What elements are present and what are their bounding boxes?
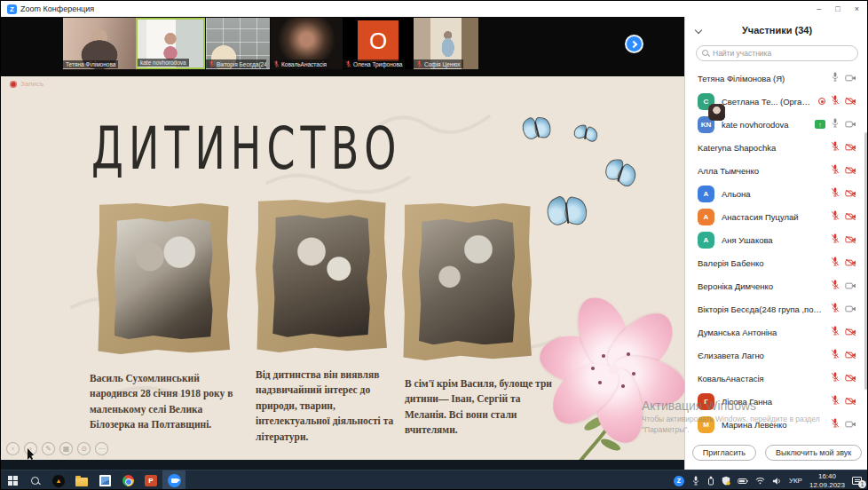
participant-row[interactable]: Вероніка Димченко xyxy=(685,274,864,297)
muted-mic-icon xyxy=(273,60,280,67)
participant-row[interactable]: Валерія Бабенко xyxy=(685,251,864,274)
grid-control-icon[interactable] xyxy=(59,442,73,455)
camera-icon xyxy=(845,116,856,132)
camera-off-icon xyxy=(845,393,856,409)
participant-name: kate novhorodova xyxy=(140,59,186,66)
tile-name-label: КовальАнастасія xyxy=(271,59,329,68)
taskbar-search-icon xyxy=(31,477,40,486)
aimp-taskbar-button[interactable]: ▲ xyxy=(47,470,70,490)
next-participants-button[interactable] xyxy=(625,35,643,53)
video-tile[interactable]: ООлена Трифонова xyxy=(343,18,414,69)
participant-search[interactable] xyxy=(696,45,858,61)
participant-name: Олена Трифонова xyxy=(353,61,402,67)
maximize-button[interactable] xyxy=(835,1,840,17)
pink-flower-illustration xyxy=(520,249,684,460)
participant-row[interactable]: Тетяна Філімонова (Я) xyxy=(685,67,864,90)
participant-row[interactable]: ААня Ушакова xyxy=(685,228,864,251)
photos-taskbar-button[interactable] xyxy=(93,470,116,490)
muted-mic-icon xyxy=(831,324,840,340)
powerpoint-taskbar-button[interactable]: P xyxy=(139,470,162,490)
close-button[interactable] xyxy=(855,1,859,17)
camera-off-icon xyxy=(845,232,856,248)
avatar-initials: М xyxy=(698,416,714,433)
photo-man-with-girl xyxy=(114,218,213,339)
participant-row[interactable]: ААльона xyxy=(685,182,864,205)
participants-title: Участники (34) xyxy=(742,25,812,36)
camera-off-icon xyxy=(845,186,856,202)
muted-mic-icon xyxy=(831,370,840,386)
file-explorer-icon xyxy=(75,478,88,486)
taskbar-clock[interactable]: 16:40 12.09.2023 xyxy=(809,472,845,490)
windows-start-icon xyxy=(8,476,18,486)
muted-mic-icon xyxy=(831,416,840,432)
search-taskbar-button[interactable] xyxy=(24,470,47,490)
participant-row[interactable]: Вікторія Бесєда(248 група ,поч... xyxy=(685,297,864,320)
participant-name: Думанська Антоніна xyxy=(698,328,824,337)
previous-control-icon[interactable] xyxy=(6,442,20,455)
muted-mic-icon xyxy=(831,301,840,317)
security-shield-tray-icon[interactable] xyxy=(722,476,730,486)
zoom-tray-icon[interactable]: Z xyxy=(674,476,684,486)
video-tile[interactable]: kate novhorodova xyxy=(136,18,205,69)
participant-name: Тетяна Філімонова (Я) xyxy=(698,74,824,83)
muted-mic-icon xyxy=(831,186,840,202)
video-tile[interactable]: Софія Ценюх xyxy=(414,18,478,69)
participant-row[interactable]: Kateryna Shapochka xyxy=(685,136,864,159)
video-tile[interactable]: Вікторія Бесєда(248 г... xyxy=(206,18,270,69)
butterfly-illustration xyxy=(545,195,589,232)
more-control-icon[interactable] xyxy=(95,442,108,455)
participant-name: Вікторія Бесєда(248 г... xyxy=(217,61,266,67)
file-explorer-taskbar-button[interactable] xyxy=(70,470,93,490)
muted-mic-icon xyxy=(416,60,422,67)
tile-name-label: Софія Ценюх xyxy=(414,59,463,68)
participant-row[interactable]: Алла Тымченко xyxy=(685,159,864,182)
usb-device-tray-icon[interactable] xyxy=(707,476,714,486)
search-icon xyxy=(702,50,709,57)
participant-row[interactable]: Думанська Антоніна xyxy=(685,320,864,344)
participants-panel: Участники (34) Тетяна Філімонова (Я)CСве… xyxy=(684,17,868,470)
wifi-tray-icon[interactable] xyxy=(755,477,765,485)
photo-frame xyxy=(256,200,387,352)
tile-name-label: Тетяна Філімонова xyxy=(63,60,118,68)
participant-row[interactable]: ММарина Левенко xyxy=(685,413,864,436)
mute-my-audio-button[interactable]: Выключить мой звук xyxy=(765,445,862,461)
chrome-taskbar-button[interactable] xyxy=(116,470,139,490)
language-indicator[interactable]: УКР xyxy=(789,477,802,485)
avatar-initials: А xyxy=(698,209,714,225)
panel-scrollbar[interactable] xyxy=(864,132,868,390)
photos-app-icon xyxy=(99,475,111,486)
magnifier-control-icon[interactable] xyxy=(77,442,91,455)
participant-row[interactable]: ААнастасия Пуцулай xyxy=(685,205,864,228)
camera-icon xyxy=(845,70,856,86)
camera-off-icon xyxy=(845,93,856,109)
participant-row[interactable]: КовальАнастасія xyxy=(685,367,864,390)
participant-row[interactable]: ГЛісова Ганна xyxy=(685,390,864,413)
video-filmstrip: Тетяна Філімоноваkate novhorodovaВікторі… xyxy=(1,17,684,76)
participants-header: Участники (34) xyxy=(685,17,868,43)
camera-icon xyxy=(845,416,856,432)
muted-mic-icon xyxy=(345,60,351,67)
microphone-tray-icon[interactable] xyxy=(691,475,700,486)
tile-name-label: kate novhorodova xyxy=(138,59,189,67)
muted-mic-icon xyxy=(831,393,840,409)
participant-row[interactable]: Єлизавета Лагно xyxy=(685,344,864,367)
avatar-initials: А xyxy=(698,232,714,249)
participant-name: Светлана Те... (Организатор) xyxy=(722,97,811,107)
start-taskbar-button[interactable] xyxy=(1,470,24,490)
pen-control-icon[interactable] xyxy=(42,442,55,455)
chrome-icon xyxy=(122,475,134,486)
chevron-down-icon[interactable] xyxy=(695,27,702,34)
slide-text-column: Від дитинства він виявляв надзвичайний і… xyxy=(256,368,406,445)
video-tile[interactable]: КовальАнастасія xyxy=(271,18,343,69)
search-input[interactable] xyxy=(713,49,852,58)
invite-button[interactable]: Пригласить xyxy=(692,445,756,461)
sharing-badge-icon: ↑ xyxy=(815,120,825,129)
zoom-taskbar-button[interactable] xyxy=(162,470,185,490)
battery-tray-icon[interactable] xyxy=(738,478,748,485)
minimize-button[interactable] xyxy=(817,1,821,17)
presenter-controls xyxy=(6,442,108,455)
video-tile[interactable]: Тетяна Філімонова xyxy=(63,18,136,69)
presentation-slide: Запись Дитинство Василь Сухомлинський на… xyxy=(1,76,684,460)
action-center-button[interactable]: 1 xyxy=(852,476,864,486)
volume-tray-icon[interactable] xyxy=(772,477,782,486)
